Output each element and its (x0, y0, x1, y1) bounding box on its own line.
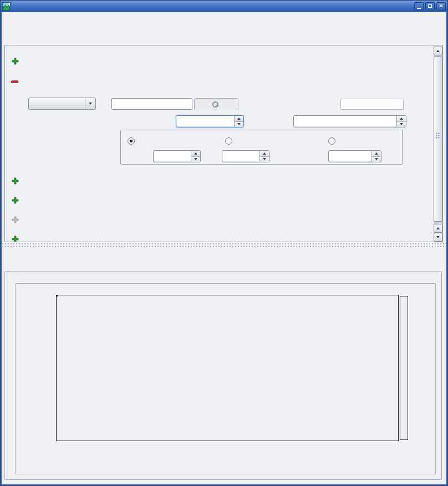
maximize-button[interactable] (425, 2, 435, 11)
constant-step-radio[interactable] (128, 137, 135, 145)
spin-down-button[interactable] (371, 157, 381, 162)
chevron-down-icon (89, 103, 92, 105)
spin-up-button[interactable] (234, 116, 243, 122)
scan-mode-combobox[interactable] (28, 98, 96, 110)
spin-up-icon (194, 152, 197, 155)
scan-file-input[interactable] (111, 98, 192, 110)
step-options-frame (120, 130, 403, 165)
title-bar[interactable]: ✕ (0, 0, 448, 12)
vertical-scrollbar[interactable] (434, 47, 442, 242)
heatmap-canvas[interactable] (57, 295, 398, 441)
minimize-button[interactable] (414, 2, 424, 11)
app-window: ✕ (0, 0, 448, 486)
spin-up-icon (375, 152, 378, 155)
actions-tab-pane (4, 45, 443, 242)
expand-plus-icon[interactable] (12, 58, 19, 65)
close-button[interactable]: ✕ (436, 2, 446, 11)
splitter-handle[interactable] (2, 242, 446, 248)
spin-up-button[interactable] (396, 116, 406, 122)
spin-down-button[interactable] (259, 157, 269, 162)
to-spinbox[interactable] (222, 150, 269, 162)
arrow-up-icon (436, 227, 440, 229)
scrollbar-track[interactable] (434, 55, 442, 224)
number-of-steps-spinbox[interactable] (176, 115, 244, 127)
expand-plus-icon[interactable] (12, 236, 19, 242)
from-value (154, 151, 191, 161)
spin-down-icon (263, 158, 266, 160)
spin-down-icon (400, 123, 403, 125)
precision-spinbox[interactable] (293, 115, 406, 127)
close-icon: ✕ (439, 3, 443, 9)
spin-down-button[interactable] (191, 157, 200, 162)
spin-down-button[interactable] (396, 122, 406, 127)
zoom-selection-rect (57, 295, 58, 296)
expand-plus-icon[interactable] (12, 177, 19, 185)
scroll-up-button-2[interactable] (434, 224, 442, 233)
collapse-minus-icon[interactable] (11, 78, 19, 85)
browse-icon (212, 101, 218, 108)
scrollbar-thumb[interactable] (434, 57, 442, 222)
tab-bar (8, 33, 442, 45)
values-from-file-radio[interactable] (328, 137, 335, 145)
scroll-down-button[interactable] (434, 233, 442, 242)
spin-up-button[interactable] (259, 151, 269, 157)
additional-parameter-input[interactable] (340, 99, 404, 110)
plot-canvas-frame (56, 295, 399, 441)
spin-up-button[interactable] (371, 151, 381, 157)
spin-down-icon (194, 158, 197, 160)
spin-down-icon (237, 123, 241, 125)
spin-up-icon (400, 117, 403, 120)
spin-down-button[interactable] (234, 122, 243, 127)
minimize-icon (417, 8, 421, 9)
to-value (223, 151, 259, 161)
step-size-value (329, 151, 371, 161)
expand-plus-disabled-icon (12, 216, 19, 223)
arrow-up-icon (436, 50, 440, 52)
browse-button[interactable] (194, 98, 238, 110)
window-border-left (0, 12, 2, 486)
start-image-groupbox (15, 283, 436, 474)
precision-value (294, 116, 396, 126)
step-size-spinbox[interactable] (328, 150, 381, 162)
spin-up-icon (237, 117, 241, 120)
measurement-groupbox (4, 271, 442, 480)
specific-values-radio[interactable] (225, 137, 232, 145)
from-spinbox[interactable] (153, 150, 201, 162)
app-icon (2, 2, 11, 11)
spin-up-icon (263, 152, 266, 155)
maximize-icon (428, 4, 432, 8)
colorbar (400, 296, 408, 440)
arrow-down-icon (436, 236, 440, 238)
expand-plus-icon[interactable] (12, 197, 19, 204)
combo-dropdown-button[interactable] (85, 98, 95, 109)
scroll-up-button[interactable] (434, 47, 442, 55)
spin-down-icon (375, 158, 378, 160)
menu-bar (2, 12, 446, 28)
spin-up-button[interactable] (191, 151, 200, 157)
